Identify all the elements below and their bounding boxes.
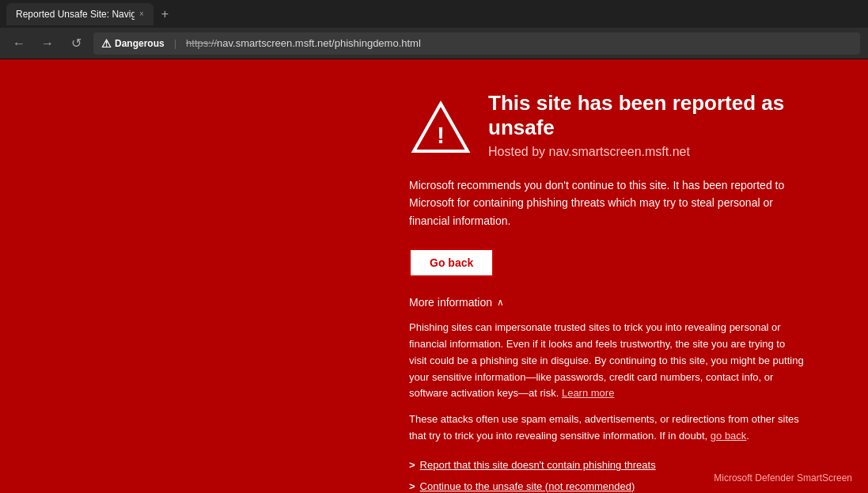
url-https: https://: [186, 37, 217, 49]
warning-content: ! This site has been reported as unsafe …: [409, 91, 805, 493]
info-paragraph-2: These attacks often use spam emails, adv…: [409, 411, 805, 445]
warning-icon: ⚠: [101, 37, 112, 50]
dangerous-badge: ⚠ Dangerous: [101, 37, 165, 50]
arrow-icon: >: [409, 457, 415, 474]
warning-subtitle: Hosted by nav.smartscreen.msft.net: [488, 145, 805, 159]
more-info-toggle[interactable]: More information ∧: [409, 296, 805, 309]
address-bar[interactable]: ⚠ Dangerous | https://nav.smartscreen.ms…: [93, 32, 860, 55]
arrow-icon: >: [409, 479, 415, 493]
report-link[interactable]: Report that this site doesn't contain ph…: [420, 457, 656, 474]
url-path: /phishingdemo.html: [332, 37, 421, 49]
new-tab-button[interactable]: +: [157, 6, 173, 23]
svg-text:!: !: [437, 122, 445, 148]
url-domain: nav.smartscreen.msft.net: [217, 37, 332, 49]
refresh-button[interactable]: ↺: [65, 32, 87, 55]
continue-link[interactable]: Continue to the unsafe site (not recomme…: [420, 479, 635, 493]
warning-header: ! This site has been reported as unsafe …: [409, 91, 805, 161]
more-info-body: Phishing sites can impersonate trusted s…: [409, 320, 805, 493]
warning-page: ! This site has been reported as unsafe …: [0, 59, 868, 493]
address-bar-row: ← → ↺ ⚠ Dangerous | https://nav.smartscr…: [0, 28, 868, 59]
tab-close-btn[interactable]: ×: [139, 9, 144, 18]
warning-title-block: This site has been reported as unsafe Ho…: [488, 91, 805, 159]
forward-button[interactable]: →: [36, 32, 59, 55]
learn-more-link[interactable]: Learn more: [562, 387, 614, 399]
active-tab[interactable]: Reported Unsafe Site: Navigatio ×: [6, 3, 154, 25]
back-button[interactable]: ←: [8, 32, 30, 55]
info-paragraph-1: Phishing sites can impersonate trusted s…: [409, 320, 805, 402]
list-item: > Report that this site doesn't contain …: [409, 457, 805, 474]
address-separator: |: [174, 37, 176, 49]
warning-title: This site has been reported as unsafe: [488, 91, 805, 140]
more-info-label: More information: [409, 296, 492, 309]
warning-description: Microsoft recommends you don't continue …: [409, 176, 805, 229]
url-text: https://nav.smartscreen.msft.net/phishin…: [186, 37, 421, 49]
smartscreen-footer: Microsoft Defender SmartScreen: [714, 472, 852, 484]
go-back-button[interactable]: Go back: [409, 248, 494, 277]
warning-triangle-icon: !: [409, 97, 472, 161]
tab-bar: Reported Unsafe Site: Navigatio × +: [6, 3, 862, 25]
go-back-inline-link[interactable]: go back: [711, 430, 747, 442]
dangerous-label: Dangerous: [115, 38, 165, 49]
tab-title: Reported Unsafe Site: Navigatio: [16, 9, 135, 20]
chevron-up-icon: ∧: [497, 297, 504, 308]
browser-chrome: Reported Unsafe Site: Navigatio × +: [0, 0, 868, 28]
